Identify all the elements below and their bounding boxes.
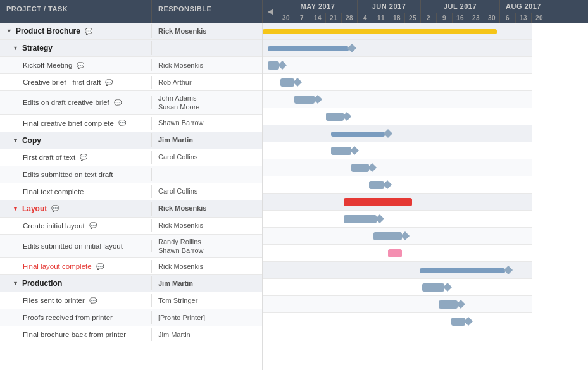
task-row: ▼Product Brochure💬Rick Mosenkis <box>0 23 262 40</box>
task-responsible: Rick Mosenkis <box>152 201 263 215</box>
day-cell: 23 <box>468 13 484 23</box>
task-row: Creative brief - first draft💬Rob Arthur <box>0 74 262 91</box>
task-header: PROJECT / TASK <box>0 0 152 23</box>
comment-icon[interactable]: 💬 <box>51 205 59 212</box>
gantt-bar[interactable] <box>280 78 294 87</box>
task-responsible: Rob Arthur <box>152 75 263 89</box>
task-name-cell: Edits submitted on initial layout <box>0 240 152 252</box>
comment-icon[interactable]: 💬 <box>105 79 113 86</box>
gantt-bar[interactable] <box>422 283 444 292</box>
collapse-triangle-icon[interactable]: ▼ <box>13 45 18 51</box>
chart-row <box>263 125 532 142</box>
grid-vline <box>532 23 532 330</box>
gantt-bar[interactable] <box>369 181 384 189</box>
gantt-bar[interactable] <box>331 132 385 137</box>
task-name: Production <box>22 279 62 288</box>
chart-row <box>263 194 532 211</box>
task-row: First draft of text💬Carol Collins <box>0 149 262 166</box>
gantt-bar[interactable] <box>451 318 465 326</box>
task-row: ▼Layout💬Rick Mosenkis <box>0 200 262 218</box>
month-label: JUL 2017 <box>421 0 500 13</box>
nav-arrow-icon[interactable]: ◀ <box>268 8 273 16</box>
task-header-label: PROJECT / TASK <box>6 5 68 13</box>
milestone-diamond-icon <box>350 146 359 155</box>
task-name-cell: ▼Production <box>0 276 152 290</box>
task-row: Final creative brief complete💬Shawn Barr… <box>0 115 262 132</box>
gantt-bar[interactable] <box>351 164 369 172</box>
day-cell: 20 <box>532 13 547 23</box>
task-name: Proofs received from printer <box>23 314 113 321</box>
day-cell: 21 <box>326 13 342 23</box>
task-responsible: [Pronto Printer] <box>152 311 263 324</box>
task-name: First draft of text <box>23 154 75 161</box>
task-name-cell: Final layout complete💬 <box>0 260 152 273</box>
comment-icon[interactable]: 💬 <box>96 263 104 270</box>
gantt-bar[interactable] <box>420 268 505 273</box>
month-label: JUN 2017 <box>358 0 421 13</box>
comment-icon[interactable]: 💬 <box>89 297 97 304</box>
task-responsible: Carol Collins <box>152 150 263 164</box>
task-responsible: Carol Collins <box>152 184 263 198</box>
milestone-diamond-icon <box>383 180 392 189</box>
comment-icon[interactable]: 💬 <box>89 222 97 229</box>
task-name: Final layout complete <box>23 262 92 270</box>
task-name-cell: ▼Copy <box>0 133 152 147</box>
task-responsible: Rick Mosenkis <box>152 259 263 273</box>
task-responsible <box>152 46 263 51</box>
chart-row <box>263 313 532 330</box>
gantt-header: PROJECT / TASK RESPONSIBLE ◀ MAY 2017JUN… <box>0 0 588 23</box>
comment-icon[interactable]: 💬 <box>85 28 92 35</box>
chart-row <box>263 40 532 57</box>
gantt-bar[interactable] <box>373 232 402 240</box>
task-name: Copy <box>22 136 41 145</box>
chart-row <box>263 245 532 262</box>
month-label: AUG 2017 <box>500 0 547 13</box>
day-cell: 16 <box>453 13 468 23</box>
task-name: Final brochure back from printer <box>23 331 126 338</box>
task-name-cell: ▼Layout💬 <box>0 202 152 216</box>
gantt-bar[interactable] <box>326 113 344 121</box>
gantt-bar[interactable] <box>344 215 377 223</box>
gantt-bar[interactable] <box>388 249 402 257</box>
task-row: Final layout complete💬Rick Mosenkis <box>0 258 262 275</box>
task-name-cell: Final text complete <box>0 185 152 198</box>
gantt-bar[interactable] <box>344 198 412 206</box>
gantt-body: ▼Product Brochure💬Rick Mosenkis▼Strategy… <box>0 23 588 370</box>
day-cell: 7 <box>294 13 310 23</box>
task-name-cell: Final creative brief complete💬 <box>0 117 152 130</box>
gantt-bar[interactable] <box>439 300 458 309</box>
collapse-triangle-icon[interactable]: ▼ <box>13 280 18 287</box>
gantt-bar[interactable] <box>268 61 279 70</box>
milestone-diamond-icon <box>384 129 392 138</box>
milestone-diamond-icon <box>464 317 473 326</box>
comment-icon[interactable]: 💬 <box>118 120 126 126</box>
task-row: Proofs received from printer[Pronto Prin… <box>0 309 262 326</box>
task-row: ▼Strategy <box>0 40 262 57</box>
comment-icon[interactable]: 💬 <box>77 62 84 69</box>
day-cell: 6 <box>500 13 516 23</box>
milestone-diamond-icon <box>443 283 452 292</box>
task-row: ▼ProductionJim Martin <box>0 275 262 292</box>
task-row: Final text completeCarol Collins <box>0 183 262 200</box>
task-name: Create initial layout <box>23 222 85 230</box>
collapse-triangle-icon[interactable]: ▼ <box>13 137 18 144</box>
gantt-bar[interactable] <box>331 147 351 155</box>
gantt-bar[interactable] <box>263 29 497 34</box>
collapse-triangle-icon[interactable]: ▼ <box>6 28 12 34</box>
milestone-diamond-icon <box>342 112 351 121</box>
nav-back-button[interactable]: ◀ <box>263 0 278 23</box>
comment-icon[interactable]: 💬 <box>80 154 87 161</box>
day-cell: 25 <box>405 13 421 23</box>
task-row: Files sent to printer💬Tom Stringer <box>0 292 262 309</box>
comment-icon[interactable]: 💬 <box>114 99 122 106</box>
milestone-diamond-icon <box>313 95 322 104</box>
gantt-bar[interactable] <box>268 46 349 51</box>
task-row: Final brochure back from printerJim Mart… <box>0 326 262 343</box>
collapse-triangle-icon[interactable]: ▼ <box>13 206 18 212</box>
task-responsible: Tom Stringer <box>152 293 263 307</box>
chart-row <box>263 142 532 159</box>
gantt-bar[interactable] <box>294 96 315 104</box>
responsible-header: RESPONSIBLE <box>152 0 263 23</box>
task-name: Layout <box>22 204 47 213</box>
task-responsible: Jim Martin <box>152 276 263 290</box>
